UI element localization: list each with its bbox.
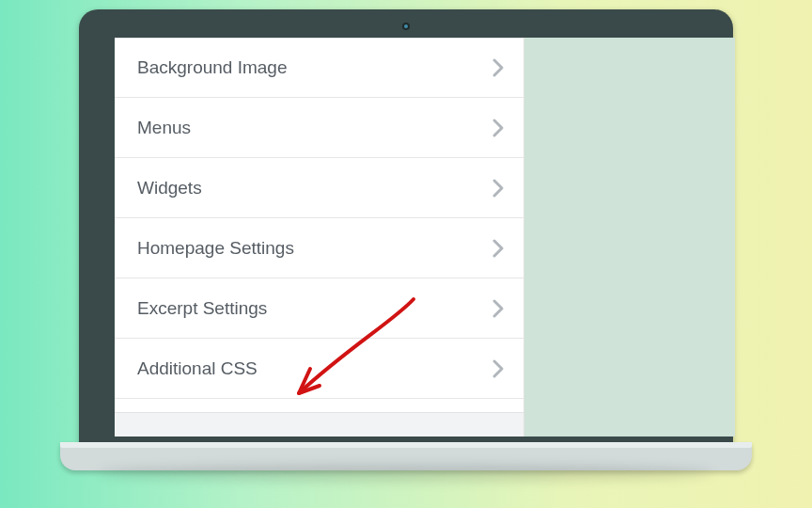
chevron-right-icon	[492, 57, 505, 78]
customizer-panel: Background Image Menus W	[115, 38, 735, 437]
laptop-lid: Background Image Menus W	[79, 9, 733, 447]
customizer-footer	[115, 412, 523, 437]
camera-dot	[402, 23, 410, 30]
laptop-mockup: Background Image Menus W	[60, 9, 752, 470]
menu-item-additional-css[interactable]: Additional CSS	[115, 339, 523, 399]
menu-item-menus[interactable]: Menus	[115, 98, 523, 158]
chevron-right-icon	[492, 118, 505, 138]
menu-item-widgets[interactable]: Widgets	[115, 158, 523, 218]
chevron-right-icon	[492, 358, 505, 379]
menu-item-label: Widgets	[137, 178, 202, 198]
menu-item-label: Additional CSS	[137, 358, 258, 379]
customizer-menu-column: Background Image Menus W	[115, 38, 524, 437]
chevron-right-icon	[492, 238, 505, 259]
menu-item-label: Background Image	[137, 57, 288, 78]
laptop-screen: Background Image Menus W	[115, 38, 735, 437]
menu-item-homepage-settings[interactable]: Homepage Settings	[115, 218, 523, 278]
menu-item-label: Menus	[137, 118, 191, 138]
menu-item-background-image[interactable]: Background Image	[115, 38, 523, 98]
customizer-menu-list: Background Image Menus W	[115, 38, 523, 412]
menu-item-label: Excerpt Settings	[137, 298, 267, 319]
chevron-right-icon	[492, 178, 505, 198]
preview-pane	[524, 38, 735, 437]
chevron-right-icon	[492, 298, 505, 319]
laptop-base	[60, 442, 752, 470]
menu-item-excerpt-settings[interactable]: Excerpt Settings	[115, 278, 523, 339]
menu-item-label: Homepage Settings	[137, 238, 294, 259]
